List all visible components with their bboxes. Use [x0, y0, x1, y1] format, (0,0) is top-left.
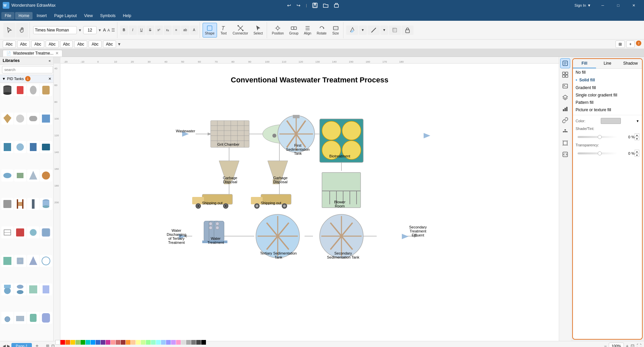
shape-tool[interactable]: Shape — [203, 23, 217, 38]
style-abc-5[interactable]: Abc — [60, 41, 73, 48]
transparency-down[interactable]: ▼ — [635, 153, 639, 157]
line-dropdown[interactable]: ▼ — [380, 25, 388, 35]
shape-tank-34[interactable] — [14, 312, 26, 324]
shape-tank-2[interactable] — [14, 84, 26, 96]
color-btn[interactable]: A — [190, 25, 198, 35]
shape-tank-29[interactable] — [1, 283, 13, 295]
bold-btn[interactable]: B — [120, 25, 128, 35]
shape-tank-33[interactable] — [1, 312, 13, 324]
fill-gradient[interactable]: Gradient fill — [573, 84, 642, 91]
color-purple[interactable] — [101, 340, 105, 345]
shade-slider[interactable] — [578, 136, 618, 138]
add-page-btn[interactable]: + — [33, 342, 41, 347]
undo-btn[interactable]: ↩ — [287, 3, 291, 8]
select-tool[interactable]: Select — [251, 23, 265, 38]
color-lime[interactable] — [75, 340, 80, 345]
tab-fill[interactable]: Fill — [573, 59, 596, 68]
fit-page[interactable]: ⊡ — [631, 343, 635, 347]
color-peach[interactable] — [131, 340, 136, 345]
doc-tab-close[interactable]: ✕ — [55, 51, 59, 56]
color-expand[interactable]: ▼ — [636, 119, 639, 123]
color-blue[interactable] — [96, 340, 100, 345]
shade-down[interactable]: ▼ — [635, 137, 639, 140]
strikethrough-btn[interactable]: S — [146, 25, 154, 35]
snap-toggle[interactable]: ⊡ — [51, 344, 55, 347]
zoom-level[interactable] — [609, 343, 624, 347]
italic-btn[interactable]: I — [129, 25, 137, 35]
line-color-btn[interactable] — [368, 25, 380, 35]
color-lavender[interactable] — [166, 340, 171, 345]
maximize-btn[interactable]: □ — [610, 0, 626, 11]
style-abc-3[interactable]: Abc — [31, 41, 44, 48]
rotate-tool[interactable]: Rotate — [314, 23, 329, 38]
color-periwinkle[interactable] — [161, 340, 166, 345]
color-green[interactable] — [80, 340, 85, 345]
icon-strip-layers[interactable] — [560, 92, 570, 102]
shape-tank-6[interactable] — [14, 113, 26, 125]
color-mid-gray[interactable] — [186, 340, 191, 345]
style-abc-2[interactable]: Abc — [17, 41, 30, 48]
color-rose[interactable] — [116, 340, 120, 345]
fill-pattern[interactable]: Pattern fill — [573, 99, 642, 106]
page-nav-left[interactable]: ◀ — [3, 344, 6, 347]
shade-thumb[interactable] — [598, 135, 602, 139]
underline-btn[interactable]: U — [138, 25, 146, 35]
shade-up[interactable]: ▲ — [635, 133, 639, 137]
color-violet[interactable] — [171, 340, 176, 345]
shade-percent[interactable] — [620, 135, 635, 139]
color-light-gray[interactable] — [181, 340, 186, 345]
shape-tank-22[interactable] — [14, 226, 26, 238]
subscript-btn[interactable]: x₂ — [164, 25, 172, 35]
size-tool[interactable]: Size — [330, 23, 342, 38]
shape-tank-10[interactable] — [14, 141, 26, 153]
style-abc-4[interactable]: Abc — [46, 41, 59, 48]
shape-tank-36[interactable] — [40, 312, 52, 324]
icon-strip-link[interactable] — [560, 115, 570, 125]
style-abc-1[interactable]: Abc — [3, 41, 16, 48]
menu-view[interactable]: View — [81, 12, 96, 19]
shape-tank-12[interactable] — [40, 141, 52, 153]
color-dark-gray[interactable] — [191, 340, 196, 345]
shape-tank-17[interactable] — [1, 198, 13, 210]
shape-tank-24[interactable] — [40, 226, 52, 238]
shape-tank-31[interactable] — [27, 283, 39, 295]
shape-tank-13[interactable] — [1, 169, 13, 182]
shape-tank-23[interactable] — [27, 226, 39, 238]
menu-help[interactable]: Help — [120, 12, 135, 19]
shape-tank-7[interactable] — [27, 113, 39, 125]
shape-tank-21[interactable] — [1, 226, 13, 238]
pid-close[interactable]: ✕ — [48, 77, 51, 81]
lock-btn[interactable] — [401, 25, 414, 35]
user-area[interactable]: Sign In▼ — [571, 0, 595, 11]
list-style-btn[interactable]: ≡ — [172, 25, 180, 35]
zoom-in[interactable]: + — [626, 343, 629, 347]
list-btn[interactable]: ☰ — [111, 28, 115, 32]
style-abc-8[interactable]: Abc — [103, 41, 116, 48]
shape-tank-20[interactable] — [40, 198, 52, 210]
doc-tab-main[interactable]: 📄 Wastewater Treatme... ✕ — [3, 50, 62, 57]
color-swatch[interactable] — [601, 118, 621, 124]
font-size-down[interactable]: A — [107, 28, 110, 32]
color-sage[interactable] — [146, 340, 151, 345]
fill-picture[interactable]: Picture or texture fill — [573, 106, 642, 114]
transparency-thumb[interactable] — [598, 151, 602, 155]
shape-tank-27[interactable] — [27, 255, 39, 267]
panel-toggle-1[interactable]: ⊞ — [615, 41, 625, 48]
font-size-input[interactable] — [83, 26, 97, 34]
fill-solid[interactable]: • Solid fill — [573, 76, 642, 84]
icon-strip-org[interactable] — [560, 127, 570, 137]
menu-page-layout[interactable]: Page Layout — [51, 12, 80, 19]
pid-tanks-header[interactable]: ▼ PID Tanks 1 ✕ — [0, 75, 53, 83]
font-size-up[interactable]: A — [103, 27, 106, 32]
shape-tank-30[interactable] — [14, 283, 26, 295]
transparency-slider[interactable] — [578, 152, 618, 154]
shape-tank-8[interactable] — [40, 113, 52, 125]
color-magenta[interactable] — [106, 340, 110, 345]
color-black[interactable] — [201, 340, 206, 345]
icon-strip-embed[interactable] — [560, 149, 570, 159]
icon-strip-chart[interactable] — [560, 104, 570, 114]
menu-insert[interactable]: Insert — [33, 12, 50, 19]
redo-btn[interactable]: ↪ — [297, 3, 301, 8]
style-abc-6[interactable]: Abc — [74, 41, 87, 48]
shape-tank-9[interactable] — [1, 141, 13, 153]
